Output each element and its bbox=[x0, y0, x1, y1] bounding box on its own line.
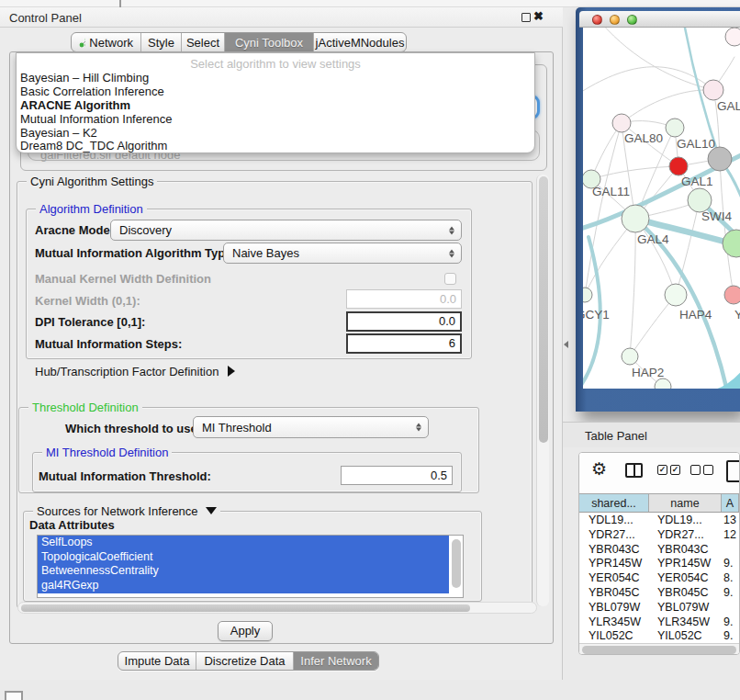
tab-label: jActiveMNodules bbox=[316, 36, 405, 50]
table-cell bbox=[722, 601, 739, 615]
splitter-collapse-arrow-icon[interactable] bbox=[564, 341, 568, 348]
network-node-gal[interactable] bbox=[703, 80, 723, 100]
table-file-icon[interactable] bbox=[726, 460, 740, 482]
network-icon bbox=[79, 37, 85, 48]
tab-discretize-data[interactable]: Discretize Data bbox=[196, 652, 294, 670]
table-horizontal-scrollbar[interactable] bbox=[579, 643, 739, 655]
deselect-checkbox-icon-1[interactable] bbox=[690, 465, 701, 475]
table-row[interactable]: YPR145WYPR145W9. bbox=[579, 557, 739, 571]
network-node-hap4[interactable] bbox=[665, 284, 687, 306]
attribute-list-item[interactable]: gal4RGexp bbox=[38, 579, 449, 593]
algorithm-option[interactable]: Basic Correlation Inference bbox=[19, 85, 532, 99]
tab-network[interactable]: Network bbox=[72, 33, 141, 51]
network-node[interactable] bbox=[725, 28, 740, 46]
table-horizontal-scrollbar-thumb[interactable] bbox=[582, 646, 736, 654]
column-layout-icon[interactable] bbox=[625, 463, 643, 478]
zoom-traffic-light-icon[interactable] bbox=[627, 15, 637, 25]
attribute-list-item[interactable]: BetweennessCentrality bbox=[38, 564, 449, 579]
network-node-gcy1[interactable] bbox=[583, 288, 592, 302]
attribute-list-item[interactable]: SelfLoops bbox=[38, 536, 449, 550]
table-panel: ⚙ ✓ ✓ shared...nameA YDL19...YDL19...13Y… bbox=[578, 452, 740, 655]
dpi-tolerance-field[interactable]: 0.0 bbox=[346, 311, 462, 332]
tab-jactivemnodules[interactable]: jActiveMNodules bbox=[314, 33, 406, 51]
tab-cyni-toolbox[interactable]: Cyni Toolbox bbox=[225, 33, 314, 51]
mi-algorithm-type-value: Naive Bayes bbox=[232, 246, 299, 260]
table-column-header[interactable]: A bbox=[722, 494, 739, 512]
manual-kernel-width-checkbox[interactable] bbox=[444, 273, 456, 285]
tab-select[interactable]: Select bbox=[182, 33, 225, 51]
network-graph: GALGAL80GAL10GAL1GAL11SWI4GAL4GCY1HAP4YH… bbox=[583, 28, 740, 389]
network-node[interactable] bbox=[655, 378, 671, 389]
table-panel-titlebar: Table Panel bbox=[563, 422, 740, 447]
network-node-hap2[interactable] bbox=[622, 348, 638, 365]
close-traffic-light-icon[interactable] bbox=[592, 15, 602, 25]
window-edge-mark bbox=[119, 0, 121, 7]
select-all-checkbox-icon-1[interactable]: ✓ bbox=[657, 465, 667, 475]
algorithm-dropdown-placeholder: Select algorithm to view settings bbox=[17, 57, 534, 71]
settings-horizontal-scrollbar[interactable] bbox=[17, 602, 537, 614]
network-canvas[interactable]: GALGAL80GAL10GAL1GAL11SWI4GAL4GCY1HAP4YH… bbox=[583, 28, 740, 389]
mi-threshold-field[interactable]: 0.5 bbox=[341, 466, 453, 485]
table-row[interactable]: YDL19...YDL19...13 bbox=[579, 514, 739, 528]
apply-button[interactable]: Apply bbox=[218, 621, 273, 641]
settings-vertical-scrollbar-thumb[interactable] bbox=[539, 176, 548, 443]
mi-steps-field[interactable]: 6 bbox=[346, 333, 462, 354]
minimize-traffic-light-icon[interactable] bbox=[610, 15, 620, 25]
kernel-width-field[interactable]: 0.0 bbox=[346, 289, 462, 309]
algorithm-option[interactable]: Mutual Information Inference bbox=[19, 113, 532, 127]
settings-vertical-scrollbar[interactable] bbox=[536, 175, 549, 606]
table-row[interactable]: YIL052CYIL052C9. bbox=[579, 629, 739, 643]
table-column-header[interactable]: shared... bbox=[579, 494, 649, 512]
table-row[interactable]: YBL079WYBL079W bbox=[579, 601, 739, 615]
hub-definition-label[interactable]: Hub/Transcription Factor Definition bbox=[35, 365, 219, 378]
aracne-mode-combobox[interactable]: Discovery bbox=[110, 220, 462, 241]
float-window-icon[interactable] bbox=[521, 13, 531, 22]
attribute-list-item[interactable]: TopologicalCoefficient bbox=[38, 550, 449, 565]
settings-horizontal-scrollbar-thumb[interactable] bbox=[21, 604, 470, 612]
network-node-gal1[interactable] bbox=[669, 157, 688, 175]
deselect-checkbox-icon-2[interactable] bbox=[703, 465, 713, 475]
sources-collapse-arrow-icon[interactable] bbox=[206, 507, 217, 514]
network-edge bbox=[630, 219, 635, 356]
select-all-checkbox-icon-2[interactable]: ✓ bbox=[670, 465, 680, 475]
network-node-gal10[interactable] bbox=[666, 119, 684, 137]
algorithm-option[interactable]: Bayesian – Hill Climbing bbox=[19, 72, 532, 85]
tab-label: Select bbox=[186, 36, 219, 50]
hub-expand-arrow-icon[interactable] bbox=[228, 366, 235, 377]
algorithm-option[interactable]: Dream8 DC_TDC Algorithm bbox=[19, 140, 532, 153]
table-cell: YBR045C bbox=[649, 586, 722, 601]
close-icon[interactable]: ✖ bbox=[533, 9, 544, 23]
mi-algorithm-type-combobox[interactable]: Naive Bayes bbox=[223, 243, 462, 264]
algorithm-definition-title: Algorithm Definition bbox=[36, 202, 147, 216]
algorithm-option[interactable]: Bayesian – K2 bbox=[19, 127, 532, 141]
table-settings-gear-icon[interactable]: ⚙ bbox=[591, 458, 607, 480]
attributes-scrollbar-thumb[interactable] bbox=[452, 539, 461, 588]
table-row[interactable]: YBR045CYBR045C9. bbox=[579, 586, 739, 601]
tab-style[interactable]: Style bbox=[141, 33, 182, 51]
mi-steps-label: Mutual Information Steps: bbox=[35, 337, 182, 351]
table-cell bbox=[722, 543, 739, 558]
collapsed-panel-icon[interactable] bbox=[5, 691, 23, 700]
algorithm-option[interactable]: ARACNE Algorithm bbox=[19, 99, 532, 113]
table-column-header[interactable]: name bbox=[649, 494, 722, 512]
table-row[interactable]: YLR345WYLR345W9. bbox=[579, 615, 739, 630]
table-cell: YDR27... bbox=[579, 528, 649, 543]
tab-label: Infer Network bbox=[300, 654, 371, 668]
table-cell: YBR043C bbox=[649, 543, 722, 558]
data-attributes-listbox[interactable]: SelfLoopsTopologicalCoefficientBetweenne… bbox=[37, 535, 464, 598]
tab-infer-network[interactable]: Infer Network bbox=[294, 652, 378, 670]
network-node-y[interactable] bbox=[724, 286, 740, 304]
table-cell: 13 bbox=[722, 514, 739, 528]
which-threshold-combobox[interactable]: MI Threshold bbox=[193, 416, 429, 438]
table-cell: YBL079W bbox=[579, 601, 649, 615]
table-row[interactable]: YBR043CYBR043C bbox=[579, 543, 739, 558]
network-edge bbox=[585, 123, 622, 295]
table-cell: YIL052C bbox=[649, 629, 722, 643]
network-node-gal80[interactable] bbox=[612, 114, 631, 132]
tab-impute-data[interactable]: Impute Data bbox=[118, 652, 196, 670]
window-top-strip bbox=[0, 0, 740, 7]
network-node-gal4[interactable] bbox=[622, 205, 649, 232]
table-panel-title: Table Panel bbox=[585, 429, 647, 443]
table-row[interactable]: YDR27...YDR27...12 bbox=[579, 528, 739, 543]
table-row[interactable]: YER054CYER054C8. bbox=[579, 571, 739, 586]
